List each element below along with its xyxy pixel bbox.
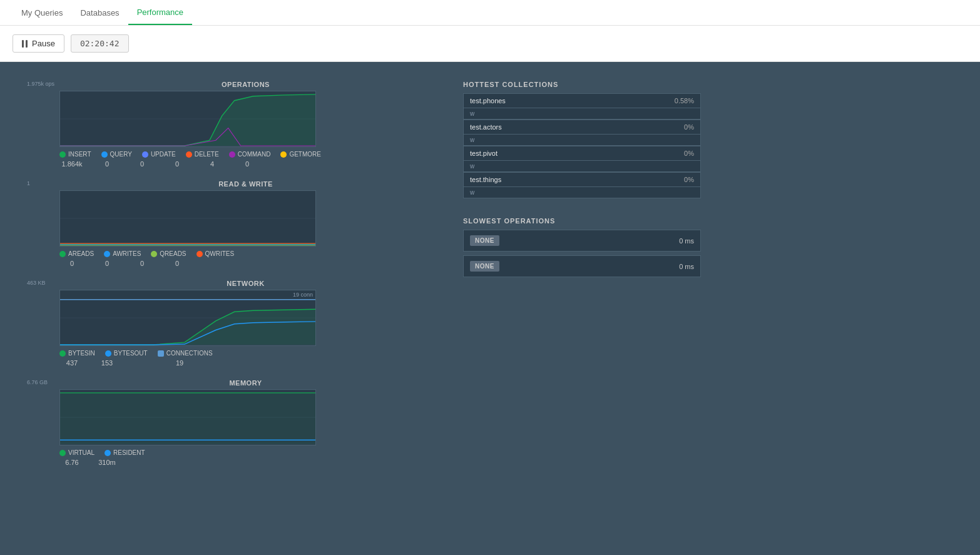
pause-button[interactable]: Pause [13,34,64,53]
collection-name-3: test.things [470,176,501,183]
bytesout-dot [105,350,111,357]
collection-sub-0: w [464,108,700,119]
memory-y-label: 6.76 GB [27,379,48,385]
pause-label: Pause [32,39,55,48]
memory-legend: VIRTUAL RESIDENT [59,449,432,456]
val-update: 0 [130,160,155,168]
hottest-title: HOTTEST COLLECTIONS [463,81,701,88]
collection-item-1: test.actors 0% w [463,120,701,146]
legend-virtual: VIRTUAL [59,449,94,456]
collection-pct-0: 0.58% [675,97,694,104]
collection-pct-3: 0% [684,176,694,183]
readwrite-legend: AREADS AWRITES QREADS QWRITES [59,250,432,257]
collection-name-1: test.actors [470,123,502,131]
collection-sub-3: w [464,187,700,198]
none-badge-0: NONE [470,235,499,246]
legend-delete: DELETE [186,151,219,158]
network-title: NETWORK [59,280,432,287]
collection-pct-2: 0% [684,150,694,157]
timer-display: 02:20:42 [71,34,129,53]
network-values: 437 153 19 [59,359,432,367]
network-y-label: 463 KB [27,280,46,286]
right-panel: HOTTEST COLLECTIONS test.phones 0.58% w … [432,81,701,539]
collection-name-0: test.phones [470,97,506,104]
operations-title: OPERATIONS [59,81,432,88]
svg-marker-3 [60,94,315,146]
command-dot [229,151,235,158]
slowest-title: SLOWEST OPERATIONS [463,217,701,225]
ms-value-0: 0 ms [679,237,694,245]
memory-chart [59,389,316,446]
nav-my-queries[interactable]: My Queries [13,0,71,25]
readwrite-values: 0 0 0 0 [59,260,432,267]
val-insert: 1.864k [59,160,84,168]
slowest-item-0: NONE 0 ms [463,230,701,252]
val-delete: 0 [165,160,190,168]
operations-values: 1.864k 0 0 0 4 0 [59,160,432,168]
legend-awrites: AWRITES [104,250,141,257]
left-panel: 1.975k ops OPERATIONS [25,81,432,539]
qreads-dot [151,251,157,257]
readwrite-title: READ & WRITE [59,180,432,188]
collection-name-2: test.pivot [470,150,498,157]
legend-connections: CONNECTIONS [158,350,213,357]
pause-icon [22,40,28,48]
collection-pct-1: 0% [684,123,694,131]
none-badge-1: NONE [470,261,499,272]
legend-query: QUERY [101,151,132,158]
update-dot [142,151,148,158]
delete-dot [186,151,192,158]
hottest-collections-list: test.phones 0.58% w test.actors 0% w tes… [463,93,701,198]
connections-dot [158,350,164,357]
val-qreads: 0 [130,260,155,267]
network-y-right: 19 conn [293,292,313,298]
nav-databases[interactable]: Databases [71,0,128,25]
query-dot [101,151,108,158]
main-content: 1.975k ops OPERATIONS [0,62,980,555]
ms-value-1: 0 ms [679,263,694,270]
collection-item-2: test.pivot 0% w [463,146,701,172]
qwrites-dot [197,251,203,257]
insert-dot [59,151,66,158]
readwrite-y-label: 1 [27,180,30,186]
slowest-operations-section: SLOWEST OPERATIONS NONE 0 ms NONE 0 ms [463,217,701,281]
memory-section: 6.76 GB MEMORY [25,379,432,466]
operations-y-label: 1.975k ops [27,81,54,87]
val-qwrites: 0 [165,260,190,267]
areads-dot [59,251,66,257]
operations-chart [59,91,316,147]
svg-marker-10 [60,309,315,345]
val-areads: 0 [59,260,84,267]
val-virtual: 6.76 [59,459,84,466]
nav-performance[interactable]: Performance [128,0,192,25]
legend-resident: RESIDENT [105,449,145,456]
val-getmore: 0 [235,160,260,168]
legend-bytesout: BYTESOUT [105,350,148,357]
legend-getmore: GETMORE [280,151,321,158]
network-section: 463 KB NETWORK 19 conn [25,280,432,367]
readwrite-chart [59,190,316,247]
getmore-dot [280,151,287,158]
bytesin-dot [59,350,66,357]
val-bytesin: 437 [59,359,84,367]
virtual-dot [59,450,66,456]
hottest-collections-section: HOTTEST COLLECTIONS test.phones 0.58% w … [463,81,701,198]
val-resident: 310m [94,459,120,466]
legend-bytesin: BYTESIN [59,350,95,357]
top-nav: My Queries Databases Performance [0,0,980,26]
legend-insert: INSERT [59,151,91,158]
legend-areads: AREADS [59,250,94,257]
legend-qwrites: QWRITES [197,250,235,257]
val-bytesout: 153 [94,359,120,367]
awrites-dot [104,251,110,257]
legend-command: COMMAND [229,151,271,158]
collection-sub-1: w [464,135,700,145]
val-awrites: 0 [94,260,120,267]
collection-item-3: test.things 0% w [463,172,701,198]
network-legend: BYTESIN BYTESOUT CONNECTIONS [59,350,432,357]
svg-marker-14 [60,393,315,444]
val-command: 4 [200,160,225,168]
operations-legend: INSERT QUERY UPDATE DELETE [59,151,432,158]
val-query: 0 [94,160,120,168]
readwrite-section: 1 READ & WRITE [25,180,432,267]
